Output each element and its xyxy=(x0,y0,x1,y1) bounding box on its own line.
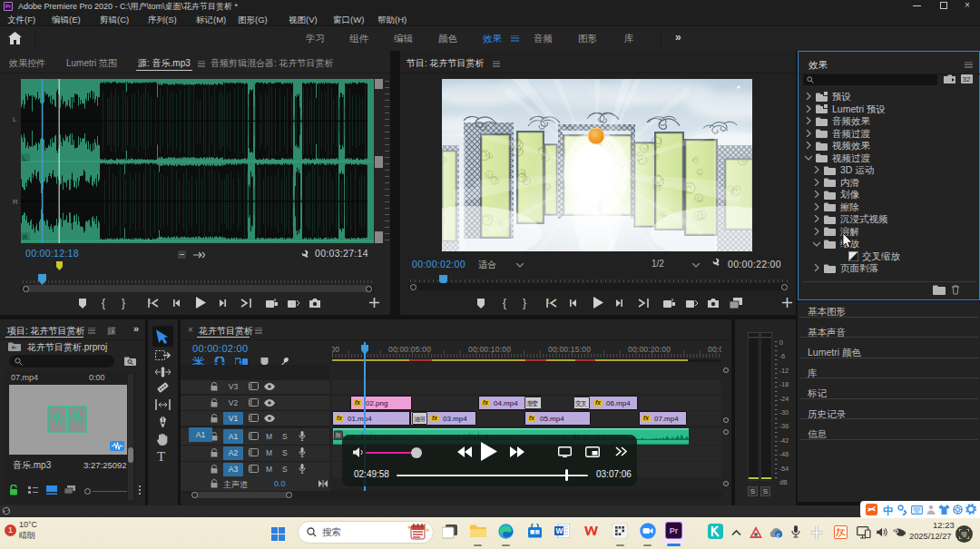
svg-text:W: W xyxy=(556,526,564,535)
svg-text:R: R xyxy=(23,234,27,240)
svg-text:T: T xyxy=(157,449,165,463)
svg-text:fx: fx xyxy=(336,432,341,438)
svg-text:32: 32 xyxy=(963,75,971,83)
svg-text:L: L xyxy=(23,155,26,162)
svg-text:e: e xyxy=(777,531,780,539)
